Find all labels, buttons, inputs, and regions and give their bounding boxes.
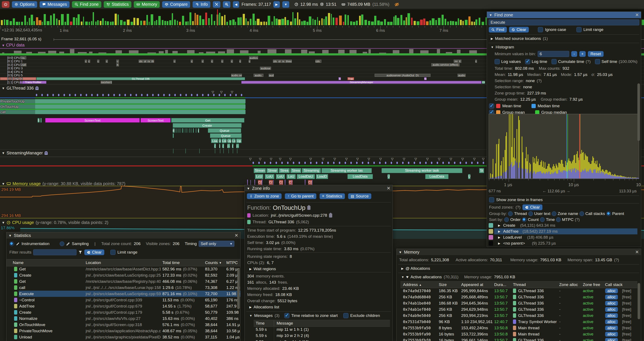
radio-count[interactable] — [522, 217, 526, 222]
col-size[interactable]: Size — [439, 281, 447, 288]
message-row[interactable]: 5.59 smip 10 w 2 h 2 (4) — [254, 332, 390, 339]
expander-icon[interactable]: ▶ — [498, 222, 502, 228]
radio-thread[interactable] — [508, 211, 513, 216]
radio-time[interactable] — [540, 217, 545, 222]
messages-expander[interactable]: ▼ — [249, 314, 252, 317]
exclude-children-checkbox[interactable] — [343, 313, 348, 318]
bin-reset-button[interactable]: Reset — [588, 51, 604, 57]
zoom-to-zone-button[interactable]: ⇩Zoom to zone — [247, 193, 282, 199]
histogram-expander[interactable]: ▼Histogram — [491, 44, 514, 50]
alloc-callstack-button[interactable]: alloc — [605, 306, 622, 312]
table-row[interactable]: OnTouchMovejni/../jni/src/guif/Screen.cp… — [6, 321, 240, 328]
found-zone-row[interactable]: ▶LoadLevel(18) 406.88 µs — [487, 234, 641, 240]
zone-statistics-button[interactable]: ≡Statistics — [320, 193, 345, 199]
memory-titlebar[interactable]: ▼Memory✕ — [396, 249, 641, 255]
help-icon[interactable]: (?) — [614, 258, 619, 262]
matched-locations-expander[interactable]: ▶Matched source locations(1) — [491, 36, 548, 42]
alloc-callstack-button[interactable]: alloc — [605, 288, 622, 294]
table-row[interactable]: OnRedrawjni/../jni/src/claw/application/… — [6, 340, 240, 341]
table-row[interactable]: calljni/../jni/../../../src/claw/base/Lu… — [6, 284, 240, 291]
close-icon[interactable]: ✕ — [234, 233, 238, 238]
table-row[interactable]: Normalizejni/../jni/src/claw/vfs/Vfs.cpp… — [6, 315, 240, 321]
bin-minus-button[interactable]: - — [571, 51, 577, 57]
alloc-callstack-button[interactable]: alloc — [605, 300, 622, 306]
alloc-callstack-button[interactable]: alloc — [605, 312, 622, 318]
col-time[interactable]: Time — [256, 320, 265, 326]
help-icon[interactable]: (?) — [516, 205, 520, 210]
mean-time-checkbox[interactable] — [489, 103, 494, 109]
sampling-radio[interactable] — [60, 241, 64, 246]
statistics-table-header[interactable]: Name Location Total time Counts ▼ MTPC — [6, 259, 240, 266]
close-icon[interactable]: ✕ — [635, 12, 639, 18]
table-row[interactable]: AddTreejni/../jni/src/guif/Control.cpp:6… — [6, 303, 240, 309]
location-value[interactable]: jni/../jni/src/guif/Screen.cpp:278 — [271, 213, 327, 218]
found-zone-row[interactable]: ▶<no parent>(9) 225.73 µs — [487, 240, 641, 246]
alloc-callstack-button[interactable]: alloc — [605, 337, 622, 341]
filter-input[interactable] — [33, 249, 76, 255]
limit-range-checkbox[interactable] — [110, 250, 116, 255]
fz-limit-range-checkbox[interactable] — [576, 27, 582, 32]
statistics-scrollbar[interactable] — [237, 268, 240, 309]
col-thread[interactable]: Thread — [513, 281, 526, 288]
show-zone-time-checkbox[interactable] — [489, 197, 494, 202]
message-row[interactable]: 5.59 smip 11 w 1 h 1 (1) — [254, 326, 390, 332]
expander-icon[interactable]: ▶ — [498, 234, 502, 240]
allocations-expander[interactable]: ▶@ Allocations — [401, 265, 430, 271]
col-message[interactable]: Message — [276, 320, 293, 326]
table-row[interactable]: ~Controljni/../jni/src/guif/Control.cpp:… — [6, 297, 240, 303]
find-zone-titlebar[interactable]: ▼Find zone✕ — [487, 12, 641, 18]
zone-info-titlebar[interactable]: ▼Zone info✕ — [245, 185, 392, 192]
col-total-time[interactable]: Total time — [162, 259, 180, 266]
statistics-titlebar[interactable]: ▼Statistics✕ — [6, 232, 240, 239]
alloc-callstack-button[interactable]: alloc — [605, 325, 622, 331]
radio-order[interactable] — [504, 217, 509, 222]
ignore-case-checkbox[interactable] — [538, 27, 543, 32]
cumulate-time-checkbox[interactable] — [552, 59, 557, 64]
expander-icon[interactable]: ▶ — [498, 228, 502, 234]
alloc-callstack-button[interactable]: alloc — [605, 318, 622, 325]
clear-found-button[interactable]: Clear — [522, 204, 542, 210]
table-row[interactable]: Createjni/../jni/src/guif/Control.cpp:17… — [6, 309, 240, 315]
col-name[interactable]: Name — [13, 259, 24, 266]
allocation-row[interactable]: 0x74a9d37040186.35 KB295,999,844ns13:50.… — [400, 288, 638, 294]
radio-mtpc[interactable] — [556, 217, 561, 222]
memory-table-header[interactable]: Address ▲ Size Appeared at Dura... Threa… — [400, 281, 638, 288]
alloc-callstack-button[interactable]: alloc — [605, 331, 622, 337]
timing-dropdown[interactable]: Self only▼ — [198, 241, 234, 247]
clear-button[interactable]: Clear — [509, 27, 529, 33]
table-row[interactable]: Createjni/../jni/src/claw/base/LuaScript… — [6, 272, 240, 278]
expander-icon[interactable]: ▶ — [498, 240, 502, 246]
radio-call-stacks[interactable] — [580, 211, 584, 216]
col-appeared[interactable]: Appeared at — [461, 281, 483, 288]
filter-funnel-icon[interactable] — [78, 250, 82, 254]
radio-parent[interactable] — [606, 211, 611, 216]
table-row[interactable]: Get/mnt/e/claw/src/claw/base/AssetDict.h… — [6, 266, 240, 272]
help-icon[interactable]: (?) — [537, 79, 542, 83]
message-row[interactable]: 5.59 smip 9 w 4 h 4 (16) — [254, 339, 390, 341]
allocation-row[interactable]: 0x7553b9fa9016 bytes153,722,396ns13:50.8… — [400, 331, 638, 337]
allocation-row[interactable]: 0x74a9d68040256 KB295,668,489ns13:50.7GL… — [400, 294, 638, 300]
copy-clipboard-icon[interactable] — [329, 213, 332, 217]
found-zone-row[interactable]: ▶AddTree(18,542) 227.19 ms — [487, 228, 641, 234]
allocation-row[interactable]: 0x74ab9e5040256 KB293,994,219ns13:50.7GL… — [400, 312, 638, 318]
col-zone-alloc[interactable]: Zone alloc — [559, 281, 578, 288]
clear-filter-button[interactable]: Clear — [84, 249, 104, 255]
instrumentation-radio[interactable] — [10, 241, 14, 246]
alloc-callstack-button[interactable]: alloc — [605, 294, 622, 300]
table-row[interactable]: Get/mnt/e/claw/src/claw/base/Registry.hp… — [6, 278, 240, 284]
col-duration[interactable]: Dura... — [494, 281, 506, 288]
find-button[interactable]: Find — [489, 27, 507, 33]
log-values-checkbox[interactable] — [494, 59, 500, 64]
allocations-list-expander[interactable]: ▶Allocations list — [249, 304, 279, 310]
memory-scrollbar[interactable] — [638, 283, 640, 319]
col-call-stack[interactable]: Call stack — [605, 281, 622, 288]
close-icon[interactable]: ✕ — [635, 249, 639, 255]
col-counts[interactable]: Counts ▼ — [205, 259, 222, 266]
col-address[interactable]: Address ▲ — [403, 281, 422, 288]
close-icon[interactable]: ✕ — [386, 186, 390, 191]
allocation-row[interactable]: 0x7553b9fbf016 bytes296,661,146ns13:50.7… — [400, 337, 638, 341]
table-row[interactable]: Executejni/../jni/src/claw/base/LuaScrip… — [6, 291, 240, 297]
allocation-row[interactable]: 0x74ab1ef040256 KB294,629,948ns13:50.7GL… — [400, 306, 638, 312]
found-zone-row[interactable]: ▶Create(54,131) 643.34 ms — [487, 222, 641, 228]
min-bin-input[interactable]: 6 — [538, 51, 569, 57]
